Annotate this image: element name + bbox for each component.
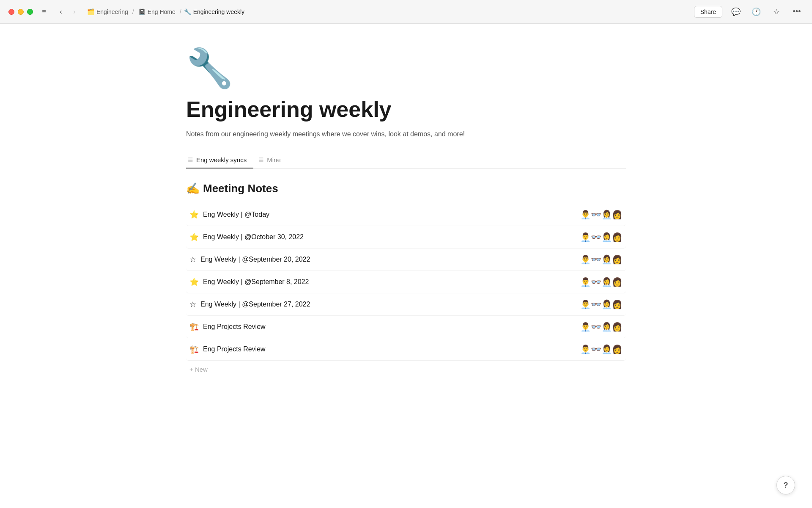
forward-button[interactable]: › — [69, 6, 80, 18]
meeting-label-2: Eng Weekly | @September 20, 2022 — [200, 256, 310, 263]
meeting-emoji-6: 🏗️ — [189, 345, 199, 353]
meeting-left-6: 🏗️ Eng Projects Review — [189, 345, 266, 353]
meeting-left-2: ☆ Eng Weekly | @September 20, 2022 — [189, 256, 310, 263]
tab-mine-icon: ☰ — [258, 157, 264, 163]
breadcrumb-current: 🔧 Engineering weekly — [184, 8, 244, 15]
page-description: Notes from our engineering weekly meetin… — [186, 129, 626, 139]
page-title: Engineering weekly — [186, 97, 626, 121]
breadcrumb: 🗂️ Engineering / 📓 Eng Home / 🔧 Engineer… — [85, 8, 244, 16]
tab-eng-weekly-syncs-icon: ☰ — [188, 157, 193, 163]
meeting-emoji-0: ⭐ — [189, 211, 199, 218]
meeting-label-5: Eng Projects Review — [203, 323, 266, 331]
breadcrumb-eng-home-label: Eng Home — [148, 8, 176, 15]
new-row-label: + New — [189, 366, 208, 373]
meeting-row[interactable]: 🏗️ Eng Projects Review 👨‍💼👓👩‍💼👩 — [186, 316, 626, 338]
meeting-emoji-1: ⭐ — [189, 233, 199, 241]
meeting-row[interactable]: ☆ Eng Weekly | @September 27, 2022 👨‍💼👓👩… — [186, 293, 626, 316]
meeting-list: ⭐ Eng Weekly | @Today 👨‍💼👓👩‍💼👩 ⭐ Eng Wee… — [186, 204, 626, 361]
meeting-row[interactable]: ☆ Eng Weekly | @September 20, 2022 👨‍💼👓👩… — [186, 248, 626, 271]
titlebar: ≡ ‹ › 🗂️ Engineering / 📓 Eng Home / 🔧 En… — [0, 0, 812, 24]
page-icon: 🔧 — [186, 49, 626, 87]
meeting-label-6: Eng Projects Review — [203, 345, 266, 353]
section-heading: ✍️ Meeting Notes — [186, 182, 626, 195]
meeting-label-0: Eng Weekly | @Today — [203, 211, 269, 218]
engineering-icon: 🗂️ — [87, 8, 94, 15]
breadcrumb-eng-home[interactable]: 📓 Eng Home — [137, 8, 177, 16]
tab-eng-weekly-syncs-label: Eng weekly syncs — [196, 156, 247, 163]
meeting-left-4: ☆ Eng Weekly | @September 27, 2022 — [189, 301, 310, 308]
breadcrumb-engineering[interactable]: 🗂️ Engineering — [85, 8, 130, 16]
new-row[interactable]: + New — [186, 361, 626, 378]
meeting-left-1: ⭐ Eng Weekly | @October 30, 2022 — [189, 233, 304, 241]
main-content: 🔧 Engineering weekly Notes from our engi… — [110, 24, 702, 395]
eng-home-icon: 📓 — [138, 8, 145, 15]
meeting-avatars-6: 👨‍💼👓👩‍💼👩 — [580, 344, 623, 354]
breadcrumb-engineering-label: Engineering — [96, 8, 128, 15]
nav-buttons: ‹ › — [55, 6, 80, 18]
meeting-avatars-5: 👨‍💼👓👩‍💼👩 — [580, 322, 623, 332]
share-button[interactable]: Share — [694, 6, 722, 18]
meeting-avatars-4: 👨‍💼👓👩‍💼👩 — [580, 299, 623, 309]
titlebar-right: Share 💬 🕐 ☆ ••• — [694, 5, 804, 19]
meeting-left-3: ⭐ Eng Weekly | @September 8, 2022 — [189, 278, 309, 286]
tab-mine-label: Mine — [267, 156, 281, 163]
tab-mine[interactable]: ☰ Mine — [257, 153, 288, 168]
meeting-left-5: 🏗️ Eng Projects Review — [189, 323, 266, 331]
maximize-button[interactable] — [27, 9, 33, 15]
history-button[interactable]: 🕐 — [749, 5, 763, 19]
comments-button[interactable]: 💬 — [729, 5, 743, 19]
section-title: Meeting Notes — [203, 182, 278, 195]
meeting-emoji-5: 🏗️ — [189, 323, 199, 331]
meeting-label-3: Eng Weekly | @September 8, 2022 — [203, 278, 309, 286]
meeting-row[interactable]: ⭐ Eng Weekly | @October 30, 2022 👨‍💼👓👩‍💼… — [186, 226, 626, 248]
meeting-label-1: Eng Weekly | @October 30, 2022 — [203, 233, 304, 241]
breadcrumb-current-label: Engineering weekly — [193, 8, 244, 15]
favorite-button[interactable]: ☆ — [770, 5, 783, 19]
help-button[interactable]: ? — [776, 476, 795, 494]
meeting-emoji-3: ⭐ — [189, 278, 199, 286]
meeting-left-0: ⭐ Eng Weekly | @Today — [189, 211, 269, 218]
traffic-lights — [8, 9, 33, 15]
meeting-avatars-1: 👨‍💼👓👩‍💼👩 — [580, 232, 623, 242]
more-options-button[interactable]: ••• — [790, 5, 804, 19]
sidebar-toggle-button[interactable]: ≡ — [38, 6, 50, 18]
meeting-row[interactable]: ⭐ Eng Weekly | @September 8, 2022 👨‍💼👓👩‍… — [186, 271, 626, 293]
meeting-emoji-4: ☆ — [189, 301, 196, 308]
back-button[interactable]: ‹ — [55, 6, 67, 18]
breadcrumb-sep-2: / — [180, 8, 181, 15]
minimize-button[interactable] — [18, 9, 24, 15]
tabs-container: ☰ Eng weekly syncs ☰ Mine — [186, 153, 626, 168]
meeting-emoji-2: ☆ — [189, 256, 196, 263]
titlebar-left: ≡ ‹ › 🗂️ Engineering / 📓 Eng Home / 🔧 En… — [8, 6, 244, 18]
section-icon: ✍️ — [186, 182, 200, 195]
meeting-label-4: Eng Weekly | @September 27, 2022 — [200, 301, 310, 308]
meeting-avatars-0: 👨‍💼👓👩‍💼👩 — [580, 210, 623, 220]
meeting-avatars-2: 👨‍💼👓👩‍💼👩 — [580, 254, 623, 265]
meeting-row[interactable]: ⭐ Eng Weekly | @Today 👨‍💼👓👩‍💼👩 — [186, 204, 626, 226]
current-page-icon: 🔧 — [184, 8, 191, 15]
meeting-avatars-3: 👨‍💼👓👩‍💼👩 — [580, 277, 623, 287]
meeting-row[interactable]: 🏗️ Eng Projects Review 👨‍💼👓👩‍💼👩 — [186, 338, 626, 361]
breadcrumb-sep-1: / — [132, 8, 134, 15]
tab-eng-weekly-syncs[interactable]: ☰ Eng weekly syncs — [186, 153, 253, 168]
close-button[interactable] — [8, 9, 14, 15]
